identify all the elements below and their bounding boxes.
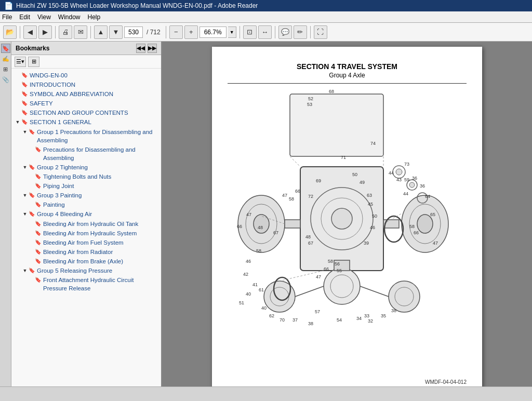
bookmark-toggle-group1[interactable]: ▼: [22, 129, 28, 136]
svg-text:48: 48: [305, 234, 311, 239]
svg-text:46: 46: [246, 259, 251, 264]
svg-text:63: 63: [367, 193, 372, 198]
forward-button[interactable]: ▶: [38, 25, 52, 39]
bookmark-item-intro[interactable]: 🔖INTRODUCTION: [11, 80, 161, 89]
bookmarks-icon[interactable]: 🔖: [1, 44, 10, 53]
bookmark-label-bleeding-air-radiator: Bleeding Air from Radiator: [43, 248, 159, 256]
zoom-dropdown[interactable]: ▼: [228, 26, 236, 38]
expand-panel-button[interactable]: ▶▶: [148, 44, 157, 53]
bookmark-item-tightening-bolts[interactable]: 🔖Tightening Bolts and Nuts: [11, 172, 161, 181]
svg-text:42: 42: [243, 272, 248, 277]
next-page-button[interactable]: ▼: [109, 25, 123, 39]
bookmark-toggle-group5[interactable]: ▼: [22, 268, 28, 274]
axle-diagram: 68 52 53 71 74 73 44 43 59 36 36 44 64 6…: [228, 89, 467, 380]
sidebar-icons: 🔖 ✍ ⊞ 📎: [0, 42, 11, 386]
svg-text:64: 64: [425, 194, 430, 199]
svg-text:50: 50: [372, 213, 377, 219]
svg-text:38: 38: [391, 308, 396, 313]
bookmark-item-section-group[interactable]: 🔖SECTION AND GROUP CONTENTS: [11, 108, 161, 117]
svg-text:67: 67: [273, 230, 278, 235]
bookmark-item-group2[interactable]: ▼🔖Group 2 Tightening: [11, 163, 161, 172]
svg-text:47: 47: [433, 240, 438, 246]
bookmark-toggle-group3[interactable]: ▼: [22, 192, 28, 199]
bookmark-item-bleeding-air-tank[interactable]: 🔖Bleeding Air from Hydraulic Oil Tank: [11, 219, 161, 229]
bookmark-label-wndg: WNDG-EN-00: [30, 71, 159, 79]
status-bar: [0, 386, 532, 401]
zoom-out-button[interactable]: −: [169, 25, 183, 39]
attachments-icon[interactable]: 📎: [1, 75, 10, 84]
svg-text:41: 41: [252, 282, 258, 287]
collapse-panel-button[interactable]: ◀◀: [136, 44, 145, 53]
menu-item-view[interactable]: View: [37, 14, 51, 21]
fullscreen-button[interactable]: ⛶: [314, 25, 327, 39]
bookmark-item-bleeding-air-brake[interactable]: 🔖Bleeding Air from Brake (Axle): [11, 257, 161, 266]
svg-text:57: 57: [315, 309, 320, 314]
bookmark-item-wndg[interactable]: 🔖WNDG-EN-00: [11, 71, 161, 80]
prev-page-button[interactable]: ▲: [94, 25, 108, 39]
svg-rect-8: [285, 220, 300, 228]
bookmark-item-painting[interactable]: 🔖Painting: [11, 200, 161, 209]
bookmark-label-bleeding-air-tank: Bleeding Air from Hydraulic Oil Tank: [43, 220, 159, 228]
bookmark-item-piping-joint[interactable]: 🔖Piping Joint: [11, 181, 161, 191]
svg-text:70: 70: [280, 317, 285, 323]
bookmark-item-group3[interactable]: ▼🔖Group 3 Painting: [11, 191, 161, 200]
svg-point-23: [396, 169, 402, 175]
bookmark-toggle-group4[interactable]: ▼: [22, 211, 28, 218]
bookmarks-options-button[interactable]: ☰▾: [15, 57, 26, 67]
bookmark-item-bleeding-air-system[interactable]: 🔖Bleeding Air from Hydraulic System: [11, 229, 161, 238]
svg-text:71: 71: [341, 155, 346, 160]
svg-point-11: [417, 215, 433, 233]
signatures-icon[interactable]: ✍: [1, 54, 10, 63]
bookmark-item-bleeding-air-radiator[interactable]: 🔖Bleeding Air from Radiator: [11, 247, 161, 257]
bookmark-toggle-group2[interactable]: ▼: [22, 164, 28, 171]
comment-button[interactable]: 💬: [278, 25, 292, 39]
layers-icon[interactable]: ⊞: [1, 64, 10, 74]
zoom-in-button[interactable]: +: [184, 25, 198, 39]
bookmark-label-tightening-bolts: Tightening Bolts and Nuts: [43, 172, 159, 181]
bookmark-item-bleeding-air-fuel[interactable]: 🔖Bleeding Air from Fuel System: [11, 238, 161, 247]
back-button[interactable]: ◀: [23, 25, 37, 39]
bookmark-toggle-section1[interactable]: ▼: [15, 119, 21, 126]
svg-text:67: 67: [308, 240, 313, 246]
menu-item-file[interactable]: File: [2, 14, 12, 21]
email-button[interactable]: ✉: [74, 25, 87, 39]
bookmarks-panel: Bookmarks ◀◀ ▶▶ ☰▾ ⊞ 🔖WNDG-EN-00 🔖INTROD…: [11, 42, 162, 386]
svg-line-29: [290, 156, 300, 167]
tools-button[interactable]: ✏: [294, 25, 307, 39]
bookmark-label-safety: SAFETY: [30, 99, 159, 108]
bookmark-item-section1[interactable]: ▼🔖SECTION 1 GENERAL: [11, 117, 161, 127]
fit-page-button[interactable]: ⊡: [243, 25, 257, 39]
bookmark-label-bleeding-air-system: Bleeding Air from Hydraulic System: [43, 229, 159, 237]
svg-point-19: [389, 281, 420, 312]
pdf-area[interactable]: SECTION 4 TRAVEL SYSTEM Group 4 Axle: [162, 42, 532, 386]
bookmark-label-group4: Group 4 Bleeding Air: [37, 210, 159, 218]
svg-text:53: 53: [307, 102, 312, 107]
bookmark-item-symbol[interactable]: 🔖SYMBOL AND ABBREVIATION: [11, 89, 161, 99]
bookmark-item-precautions[interactable]: 🔖Precautions for Disassembling and Assem…: [11, 145, 161, 163]
menu-item-window[interactable]: Window: [58, 14, 81, 21]
bookmark-item-group5[interactable]: ▼🔖Group 5 Releasing Pressure: [11, 266, 161, 275]
menu-item-edit[interactable]: Edit: [19, 14, 30, 21]
bookmark-item-safety[interactable]: 🔖SAFETY: [11, 99, 161, 108]
bookmark-item-group1[interactable]: ▼🔖Group 1 Precautions for Disassembling …: [11, 127, 161, 145]
main-area: 🔖 ✍ ⊞ 📎 Bookmarks ◀◀ ▶▶ ☰▾ ⊞ 🔖WNDG-EN-00…: [0, 42, 532, 386]
bookmark-item-front-attachment[interactable]: 🔖Front Attachment Hydraulic Circuit Pres…: [11, 275, 161, 293]
open-button[interactable]: 📂: [3, 25, 17, 39]
bookmark-icon-bleeding-air-tank: 🔖: [34, 220, 42, 228]
zoom-input[interactable]: [200, 26, 227, 38]
menu-item-help[interactable]: Help: [88, 14, 101, 21]
svg-text:73: 73: [404, 162, 409, 167]
print-button[interactable]: 🖨: [59, 25, 72, 39]
fit-width-button[interactable]: ↔: [258, 25, 272, 39]
bookmark-item-group4[interactable]: ▼🔖Group 4 Bleeding Air: [11, 209, 161, 219]
svg-text:32: 32: [368, 318, 373, 324]
toolbar: 📂 ◀ ▶ 🖨 ✉ ▲ ▼ / 712 − + ▼ ⊡ ↔ 💬 ✏ ⛶: [0, 23, 532, 42]
svg-text:66: 66: [414, 230, 419, 235]
bookmark-icon-wndg: 🔖: [21, 72, 28, 79]
bookmark-label-intro: INTRODUCTION: [30, 81, 159, 89]
svg-text:56: 56: [335, 261, 340, 266]
app-icon: 📄: [4, 2, 13, 10]
page-input[interactable]: [124, 26, 143, 38]
svg-text:33: 33: [364, 313, 369, 318]
bookmarks-expand-button[interactable]: ⊞: [28, 57, 39, 67]
